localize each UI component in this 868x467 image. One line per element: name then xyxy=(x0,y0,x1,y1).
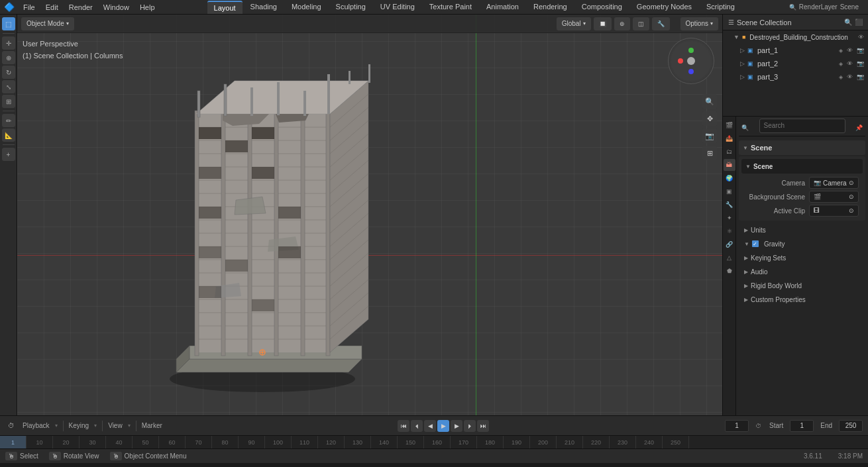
outliner-root[interactable]: ▼ ■ Destroyed_Building_Construction 👁 xyxy=(723,30,868,44)
gizmo-circle[interactable] xyxy=(668,38,714,84)
tab-geometry-nodes[interactable]: Geometry Nodes xyxy=(630,1,698,14)
gizmo-z-axis[interactable] xyxy=(688,69,694,74)
pan-btn[interactable]: ✥ xyxy=(702,111,717,126)
view-menu[interactable]: View xyxy=(108,422,123,429)
render-icon-3[interactable]: 📷 xyxy=(857,74,864,80)
physics-props-btn[interactable]: ⚛ xyxy=(724,225,735,237)
options-btn[interactable]: Options ▾ xyxy=(680,17,718,30)
keying-menu[interactable]: Keying xyxy=(69,422,89,429)
custom-properties-header[interactable]: ▶ Custom Properties xyxy=(739,293,865,306)
snap-btn[interactable]: 🔧 xyxy=(652,17,670,30)
outliner-item-part3[interactable]: ▷ ▣ part_3 ◈ 👁 📷 xyxy=(723,70,868,83)
menu-render[interactable]: Render xyxy=(64,2,97,13)
search-icon[interactable]: 🔍 xyxy=(844,19,852,26)
tool-annotate[interactable]: ✏ xyxy=(2,114,15,127)
jump-end-btn[interactable]: ⏭ xyxy=(477,420,489,432)
viewport-shading-btn[interactable]: 🔲 xyxy=(594,17,612,30)
global-btn[interactable]: Global ▾ xyxy=(557,17,591,30)
material-props-btn[interactable]: ⬟ xyxy=(724,265,735,277)
overlay-btn[interactable]: ⊚ xyxy=(614,17,630,30)
scene-inner-header[interactable]: ▼ Scene xyxy=(741,159,863,174)
modifier-props-btn[interactable]: 🔧 xyxy=(724,199,735,211)
scene-props-btn[interactable]: 🏔 xyxy=(724,159,735,171)
tool-add[interactable]: + xyxy=(2,148,15,161)
visibility-icon-1[interactable]: 👁 xyxy=(847,47,853,54)
zoom-in-btn[interactable]: 🔍 xyxy=(702,94,717,109)
menu-window[interactable]: Window xyxy=(99,2,134,13)
camera-btn[interactable]: 📷 xyxy=(702,129,717,143)
active-clip-pick-icon[interactable]: ⊙ xyxy=(849,207,854,214)
units-header[interactable]: ▶ Units xyxy=(739,223,865,236)
render-props-btn[interactable]: 🎬 xyxy=(724,119,735,131)
gravity-header[interactable]: ▼ ✓ Gravity xyxy=(739,237,865,250)
filter-icon[interactable]: ⬛ xyxy=(855,19,863,26)
world-props-btn[interactable]: 🌍 xyxy=(724,172,735,184)
gizmo-y-axis[interactable] xyxy=(688,48,694,53)
play-btn[interactable]: ▶ xyxy=(437,420,449,432)
local-view-btn[interactable]: ⊞ xyxy=(702,146,717,160)
object-mode-btn[interactable]: Object Mode ▾ xyxy=(21,17,74,30)
visibility-icon-3[interactable]: 👁 xyxy=(847,74,853,80)
tab-layout[interactable]: Layout xyxy=(207,1,243,14)
active-clip-value[interactable]: 🎞 ⊙ xyxy=(809,205,859,217)
tab-rendering[interactable]: Rendering xyxy=(527,1,574,14)
audio-header[interactable]: ▶ Audio xyxy=(739,265,865,278)
playback-menu[interactable]: Playback xyxy=(23,422,50,429)
tab-scripting[interactable]: Scripting xyxy=(700,1,741,14)
marker-menu[interactable]: Marker xyxy=(142,422,162,429)
current-frame-input[interactable] xyxy=(725,420,749,432)
outliner-item-part2[interactable]: ▷ ▣ part_2 ◈ 👁 📷 xyxy=(723,57,868,70)
tool-scale[interactable]: ⤡ xyxy=(2,80,15,93)
visibility-icon-2[interactable]: 👁 xyxy=(847,60,853,67)
tool-rotate[interactable]: ↻ xyxy=(2,66,15,79)
menu-help[interactable]: Help xyxy=(135,2,160,13)
gravity-checkbox[interactable]: ✓ xyxy=(752,240,759,247)
camera-pick-icon[interactable]: ⊙ xyxy=(849,180,854,186)
outliner-item-part1[interactable]: ▷ ▣ part_1 ◈ 👁 📷 xyxy=(723,44,868,57)
menu-edit[interactable]: Edit xyxy=(41,2,63,13)
tool-cursor[interactable]: ✛ xyxy=(2,36,15,50)
view-layer-props-btn[interactable]: 🗂 xyxy=(724,146,735,158)
tool-transform[interactable]: ⊞ xyxy=(2,95,15,108)
rigid-body-world-header[interactable]: ▶ Rigid Body World xyxy=(739,279,865,292)
render-icon-2[interactable]: 📷 xyxy=(857,60,864,67)
scene-section-header[interactable]: ▼ Scene xyxy=(739,140,865,155)
output-props-btn[interactable]: 📤 xyxy=(724,132,735,144)
start-frame-input[interactable] xyxy=(790,420,814,432)
tool-select[interactable]: ⬚ xyxy=(2,17,15,30)
props-top-bar: 🔍 📌 xyxy=(739,119,865,136)
camera-value[interactable]: 📷 Camera ⊙ xyxy=(809,177,859,189)
constraints-props-btn[interactable]: 🔗 xyxy=(724,238,735,250)
gizmo-x-axis[interactable] xyxy=(678,58,683,64)
end-frame-input[interactable] xyxy=(839,420,863,432)
timeline-icon-btn[interactable]: ⏱ xyxy=(5,421,17,431)
jump-start-btn[interactable]: ⏮ xyxy=(398,420,409,432)
gizmo-center[interactable] xyxy=(687,57,695,65)
tool-move[interactable]: ⊕ xyxy=(2,51,15,64)
navigation-gizmo[interactable] xyxy=(668,38,714,84)
background-scene-value[interactable]: 🎬 ⊙ xyxy=(809,191,859,203)
xray-btn[interactable]: ◫ xyxy=(633,17,649,30)
keying-sets-header[interactable]: ▶ Keying Sets xyxy=(739,251,865,264)
data-props-btn[interactable]: △ xyxy=(724,252,735,264)
tool-measure[interactable]: 📐 xyxy=(2,129,15,142)
menu-file[interactable]: File xyxy=(19,2,40,13)
next-frame-btn[interactable]: ⏵ xyxy=(464,420,476,432)
tab-sculpting[interactable]: Sculpting xyxy=(329,1,372,14)
prev-frame-btn[interactable]: ⏴ xyxy=(411,420,423,432)
properties-search[interactable] xyxy=(759,119,845,133)
bg-scene-pick-icon[interactable]: ⊙ xyxy=(849,193,854,200)
tab-animation[interactable]: Animation xyxy=(480,1,525,14)
render-icon-1[interactable]: 📷 xyxy=(857,47,864,54)
tab-modeling[interactable]: Modeling xyxy=(285,1,328,14)
tab-compositing[interactable]: Compositing xyxy=(575,1,629,14)
prev-keyframe-btn[interactable]: ◀ xyxy=(424,420,436,432)
visibility-icon[interactable]: 👁 xyxy=(858,34,864,40)
object-props-btn[interactable]: ▣ xyxy=(724,185,735,197)
particles-props-btn[interactable]: ✦ xyxy=(724,212,735,224)
viewport[interactable]: Object Mode ▾ Global ▾ 🔲 ⊚ ◫ 🔧 Options ▾… xyxy=(17,15,722,415)
tab-uv-editing[interactable]: UV Editing xyxy=(374,1,421,14)
tab-shading[interactable]: Shading xyxy=(244,1,284,14)
tab-texture-paint[interactable]: Texture Paint xyxy=(423,1,478,14)
next-keyframe-btn[interactable]: ▶ xyxy=(451,420,462,432)
